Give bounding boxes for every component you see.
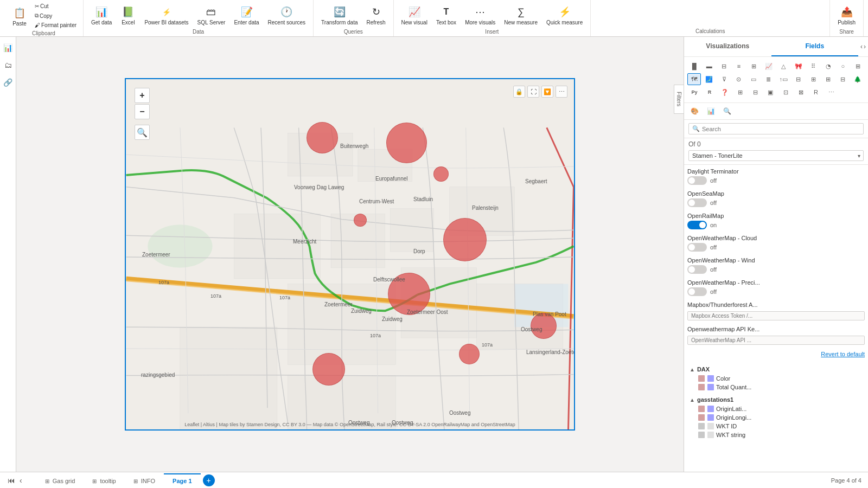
dax-color-item[interactable]: Color xyxy=(696,374,865,383)
wkt-string-item[interactable]: WKT string xyxy=(696,431,865,439)
map-lock-button[interactable]: 🔒 xyxy=(513,86,525,98)
zoom-out-button[interactable]: − xyxy=(135,104,150,119)
dax-total-quant-item[interactable]: Total Quant... xyxy=(696,383,865,391)
layer-weather-cloud: OpenWeatherMap - Cloud off xyxy=(687,235,865,252)
viz-card[interactable]: ▭ xyxy=(747,73,761,85)
viz-more4[interactable]: ⊡ xyxy=(778,86,793,98)
panel-expand-right[interactable]: › xyxy=(864,43,866,50)
viz-donut[interactable]: ○ xyxy=(836,60,850,72)
layer-wind-toggle[interactable] xyxy=(687,265,707,274)
layer-cloud-toggle[interactable] xyxy=(687,243,707,252)
viz-more6[interactable]: R xyxy=(809,86,823,98)
format-painter-button[interactable]: 🖌 Format painter xyxy=(33,21,79,29)
tab-tooltip[interactable]: ⊞ tooltip xyxy=(84,473,124,487)
viz-h-bar[interactable]: ≡ xyxy=(732,60,745,72)
new-visual-button[interactable]: 📈 New visual xyxy=(398,2,431,28)
viz-more2[interactable]: ⊟ xyxy=(748,86,762,98)
text-box-button[interactable]: T Text box xyxy=(433,2,459,28)
wkt-id-item[interactable]: WKT ID xyxy=(696,422,865,431)
panel-collapse-left[interactable]: ‹ xyxy=(860,43,863,50)
viz-ribbon[interactable]: 🎀 xyxy=(792,60,805,72)
viz-h-stacked[interactable]: ⊞ xyxy=(747,60,761,72)
gasstations-header[interactable]: ▲ gasstations1 xyxy=(687,395,865,404)
add-page-button[interactable]: + xyxy=(203,474,215,486)
layer-api-input[interactable] xyxy=(687,336,865,345)
sql-button[interactable]: 🗃 SQL Server xyxy=(194,2,229,28)
viz-area[interactable]: △ xyxy=(777,60,790,72)
new-measure-button[interactable]: ∑ New measure xyxy=(501,2,541,28)
cut-button[interactable]: ✂ Cut xyxy=(33,2,79,10)
transform-data-button[interactable]: 🔄 Transform data xyxy=(318,2,361,28)
quick-measure-button[interactable]: ⚡ Quick measure xyxy=(543,2,586,28)
viz-more3[interactable]: ▣ xyxy=(763,86,777,98)
layer-search-input[interactable] xyxy=(702,126,860,132)
viz-table[interactable]: ⊞ xyxy=(806,73,820,85)
layer-opensea-toggle[interactable] xyxy=(687,198,707,207)
layer-mapbox-input[interactable] xyxy=(687,311,865,320)
viz-pie[interactable]: ◔ xyxy=(821,60,835,72)
model-view-icon[interactable]: 🔗 xyxy=(2,76,15,89)
viz-matrix[interactable]: ⊞ xyxy=(821,73,835,85)
page-tabs: ⊞ Gas grid ⊞ tooltip ⊞ INFO Page 1 + xyxy=(36,473,215,487)
tab-fields[interactable]: Fields xyxy=(771,37,859,56)
layer-preci-toggle[interactable] xyxy=(687,287,707,296)
map-fullscreen-button[interactable]: ⛶ xyxy=(527,86,539,98)
viz-line[interactable]: 📈 xyxy=(762,60,775,72)
enter-data-button[interactable]: 📝 Enter data xyxy=(231,2,262,28)
recent-sources-button[interactable]: 🕐 Recent sources xyxy=(265,2,309,28)
viz-stacked-bar[interactable]: ▬ xyxy=(702,60,716,72)
filters-icon-small[interactable]: 🔍 xyxy=(720,105,734,117)
prev-page-button[interactable]: ‹ xyxy=(18,475,23,486)
viz-py-icon[interactable]: Py xyxy=(687,86,701,98)
publish-button[interactable]: 📤 Publish xyxy=(834,2,859,28)
layer-openrail-toggle[interactable] xyxy=(687,221,707,229)
map-more-button[interactable]: ⋯ xyxy=(556,86,567,98)
format-icon[interactable]: 🎨 xyxy=(687,105,701,117)
viz-add[interactable]: ⋯ xyxy=(824,86,838,98)
dax-header[interactable]: ▲ DAX xyxy=(687,364,865,374)
get-data-button[interactable]: 📊 Get data xyxy=(88,2,115,28)
map-visual[interactable]: Buitenwegh Europafunnel Voorweg Dag Lawe… xyxy=(125,78,575,431)
viz-multirow[interactable]: ≣ xyxy=(762,73,775,85)
viz-waterfall[interactable]: ⊟ xyxy=(836,73,850,85)
layer-daylight-toggle[interactable] xyxy=(687,176,707,185)
search-on-map-button[interactable]: 🔍 xyxy=(135,125,150,140)
analytics-icon[interactable]: 📊 xyxy=(704,105,718,117)
tab-info[interactable]: ⊞ INFO xyxy=(125,473,164,487)
zoom-in-button[interactable]: + xyxy=(135,88,150,103)
viz-slicer[interactable]: ⊟ xyxy=(792,73,805,85)
viz-map[interactable]: 🗺 xyxy=(687,73,701,85)
viz-funnel[interactable]: ⊽ xyxy=(717,73,731,85)
paste-button[interactable]: 📋 Paste xyxy=(9,3,30,29)
viz-filled-map[interactable]: 🗾 xyxy=(702,73,716,85)
map-filter-button[interactable]: 🔽 xyxy=(541,86,553,98)
first-page-button[interactable]: ⏮ xyxy=(7,475,16,486)
viz-treemap[interactable]: ⊞ xyxy=(851,60,865,72)
viz-scatter[interactable]: ⠿ xyxy=(806,60,820,72)
viz-more5[interactable]: ⊠ xyxy=(794,86,808,98)
more-visuals-button[interactable]: ⋯ More visuals xyxy=(462,2,499,28)
report-view-icon[interactable]: 📊 xyxy=(2,41,15,54)
map-style-select[interactable]: Stamen - TonerLite OpenStreetMap Bing Ma… xyxy=(688,150,864,161)
power-bi-button[interactable]: ⚡ Power BI datasets xyxy=(141,2,192,28)
copy-button[interactable]: ⧉ Copy xyxy=(33,11,79,20)
data-view-icon[interactable]: 🗂 xyxy=(2,59,15,72)
tab-page1[interactable]: Page 1 xyxy=(164,473,200,487)
viz-more1[interactable]: ⊞ xyxy=(733,86,747,98)
tab-gas-grid[interactable]: ⊞ Gas grid xyxy=(36,473,84,487)
viz-kpi[interactable]: ↑▭ xyxy=(777,73,790,85)
origin-lati-item[interactable]: OriginLati... xyxy=(696,404,865,413)
viz-decomp-tree[interactable]: 🌲 xyxy=(851,73,865,85)
origin-longi-item[interactable]: OriginLongi... xyxy=(696,413,865,422)
viz-r-script[interactable]: R xyxy=(703,86,717,98)
revert-button[interactable]: Revert to default xyxy=(821,351,865,357)
viz-gauge[interactable]: ⊙ xyxy=(732,73,745,85)
viz-bar-chart[interactable]: ▐▌ xyxy=(687,60,701,72)
tab-visualizations[interactable]: Visualizations xyxy=(684,37,771,56)
filters-toggle[interactable]: Filters xyxy=(674,85,684,114)
sql-icon: 🗃 xyxy=(203,4,219,20)
viz-bar-100[interactable]: ⊟ xyxy=(717,60,731,72)
viz-ai-qa[interactable]: ❓ xyxy=(718,86,732,98)
excel-button[interactable]: 📗 Excel xyxy=(117,2,139,28)
refresh-button[interactable]: ↻ Refresh xyxy=(363,2,389,28)
